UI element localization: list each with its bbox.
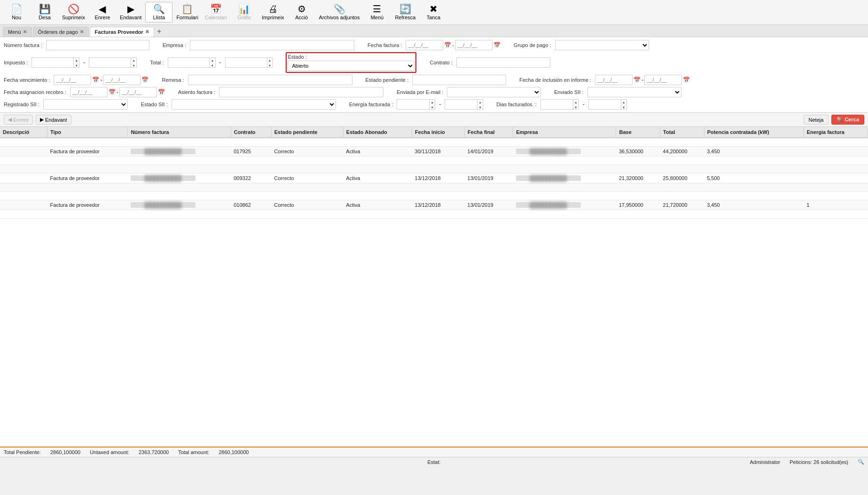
table-row[interactable]: Factura de proveedor ██████████ 010862 C… — [0, 200, 868, 210]
total-amount-label: Total amount: — [178, 449, 209, 455]
cerca-button[interactable]: 🔍 Cerca — [831, 115, 864, 125]
fv-to[interactable] — [103, 75, 141, 85]
fa-from-cal-icon[interactable]: 📅 — [109, 89, 116, 95]
total-to-down[interactable]: ▼ — [267, 63, 273, 68]
table-area[interactable]: Descripció Tipo Número factura Contrato … — [0, 127, 868, 447]
total-from-input[interactable]: 0,000000 — [168, 57, 210, 68]
energia-to-up[interactable]: ▲ — [477, 100, 483, 105]
remesa-label: Remesa : — [162, 77, 184, 83]
fa-from[interactable] — [70, 87, 108, 97]
dias-from-up[interactable]: ▲ — [573, 100, 579, 105]
fv-to-cal-icon[interactable]: 📅 — [141, 77, 149, 83]
col-estado-pendiente[interactable]: Estado pendiente — [271, 127, 343, 138]
tab-facturas[interactable]: Facturas Proveedor✖ — [90, 27, 154, 37]
desa-toolbar-button[interactable]: 💾Desa — [31, 2, 58, 22]
fv-from[interactable] — [54, 75, 91, 85]
nou-toolbar-button[interactable]: 📄Nou — [3, 2, 30, 22]
remesa-input[interactable] — [188, 75, 352, 85]
tab-facturas-close-icon[interactable]: ✖ — [145, 29, 149, 34]
fi-to[interactable] — [644, 75, 682, 85]
fa-to[interactable] — [119, 87, 157, 97]
tanca-toolbar-button[interactable]: ✖Tanca — [420, 2, 447, 22]
numero-factura-input[interactable] — [46, 40, 149, 50]
llista-toolbar-button[interactable]: 🔍Llista — [145, 2, 172, 23]
tab-ordenes[interactable]: Órdenes de pago✖ — [33, 27, 89, 37]
total-to-up[interactable]: ▲ — [267, 58, 273, 63]
total-from-down[interactable]: ▼ — [210, 63, 215, 68]
refresca-toolbar-button[interactable]: 🔄Refresca — [391, 2, 419, 22]
col-energia[interactable]: Energia factura — [804, 127, 868, 138]
total-to-input[interactable]: 0,000000 — [225, 57, 267, 68]
col-total[interactable]: Total — [660, 127, 704, 138]
col-estado-abonado[interactable]: Estado Abonado — [343, 127, 412, 138]
energia-from-up[interactable]: ▲ — [430, 100, 435, 105]
fecha-factura-from-cal-icon[interactable]: 📅 — [444, 42, 451, 48]
col-descripcio[interactable]: Descripció — [0, 127, 47, 138]
total-from-up[interactable]: ▲ — [210, 58, 215, 63]
cerca-label: Cerca — [845, 117, 859, 122]
grupo-pago-select[interactable] — [555, 40, 649, 50]
tab-add-icon[interactable]: + — [155, 26, 163, 37]
fi-to-cal-icon[interactable]: 📅 — [683, 77, 690, 83]
asiento-factura-input[interactable] — [219, 87, 383, 97]
suprimeix-toolbar-button[interactable]: 🚫Suprimeix — [59, 2, 88, 22]
registrado-sii-select[interactable] — [43, 99, 128, 110]
energia-to-input[interactable]: 0 — [445, 99, 477, 110]
fv-from-cal-icon[interactable]: 📅 — [92, 77, 99, 83]
impuesto-to-input[interactable]: 0,000000 — [89, 57, 131, 68]
col-potencia[interactable]: Potencia contratada (kW) — [704, 127, 804, 138]
col-fecha-final[interactable]: Fecha final — [465, 127, 513, 138]
formulari-toolbar-button[interactable]: 📋Formulari — [173, 2, 201, 22]
col-numero[interactable]: Número factura — [128, 127, 231, 138]
menu-toolbar-button[interactable]: ☰Menú — [363, 2, 391, 22]
endavant-button[interactable]: ▶ Endavant — [36, 115, 71, 125]
tab-menu-close-icon[interactable]: ✖ — [23, 29, 27, 34]
imprimeix-toolbar-button[interactable]: 🖨Imprimeix — [259, 2, 287, 22]
fecha-factura-from[interactable] — [406, 40, 443, 50]
impuesto-from-input[interactable]: 0,000000 — [31, 57, 74, 68]
tab-menu[interactable]: Menú✖ — [3, 27, 32, 37]
energia-to-down[interactable]: ▼ — [477, 105, 483, 110]
tab-facturas-label: Facturas Proveedor — [95, 29, 143, 35]
enrere-button[interactable]: ◀ Enrere — [4, 115, 33, 125]
dias-from-input[interactable]: 0 — [540, 99, 573, 110]
table-row[interactable]: Factura de proveedor ██████████ 009322 C… — [0, 173, 868, 183]
total-label: Total : — [150, 60, 164, 65]
dias-from-down[interactable]: ▼ — [573, 105, 579, 110]
impuesto-from-up[interactable]: ▲ — [74, 58, 79, 63]
fecha-factura-to-cal-icon[interactable]: 📅 — [493, 42, 500, 48]
col-empresa[interactable]: Empresa — [513, 127, 616, 138]
endavant-toolbar-button[interactable]: ▶Endavant — [117, 2, 144, 22]
energia-from-down[interactable]: ▼ — [430, 105, 435, 110]
estado-select[interactable]: Abierto — [288, 61, 414, 71]
impuesto-to-up[interactable]: ▲ — [131, 58, 136, 63]
cell-energia-2: 1 — [804, 200, 868, 210]
neteja-button[interactable]: Neteja — [804, 115, 829, 125]
col-fecha-inicio[interactable]: Fecha inicio — [412, 127, 465, 138]
impuesto-to-down[interactable]: ▼ — [131, 63, 136, 68]
fi-from[interactable] — [595, 75, 633, 85]
table-row[interactable]: Factura de proveedor ██████████ 017925 C… — [0, 146, 868, 156]
estado-sii-select[interactable] — [172, 99, 336, 110]
impuesto-from-down[interactable]: ▼ — [74, 63, 79, 68]
dias-to-up[interactable]: ▲ — [621, 100, 626, 105]
fi-from-cal-icon[interactable]: 📅 — [633, 77, 641, 83]
col-tipo[interactable]: Tipo — [47, 127, 128, 138]
fecha-factura-to[interactable] — [455, 40, 493, 50]
accio-toolbar-button[interactable]: ⚙Acció — [288, 2, 315, 22]
enviado-sii-select[interactable] — [587, 87, 681, 97]
dias-to-input[interactable]: 0 — [588, 99, 621, 110]
enviada-email-select[interactable] — [447, 87, 541, 97]
energia-from-input[interactable]: 0 — [397, 99, 430, 110]
fa-to-cal-icon[interactable]: 📅 — [158, 89, 165, 95]
arxius-toolbar-button[interactable]: 📎Archivos adjuntos — [316, 2, 363, 22]
empresa-input[interactable] — [190, 40, 354, 50]
col-base[interactable]: Base — [616, 127, 660, 138]
search-icon-statusbar[interactable]: 🔍 — [858, 459, 864, 465]
contrato-input[interactable] — [456, 57, 550, 68]
dias-to-down[interactable]: ▼ — [621, 105, 626, 110]
col-contrato[interactable]: Contrato — [231, 127, 271, 138]
enrere-toolbar-button[interactable]: ◀Enrere — [89, 2, 116, 22]
tab-ordenes-close-icon[interactable]: ✖ — [80, 29, 84, 34]
estado-pendiente-input[interactable] — [412, 75, 506, 85]
